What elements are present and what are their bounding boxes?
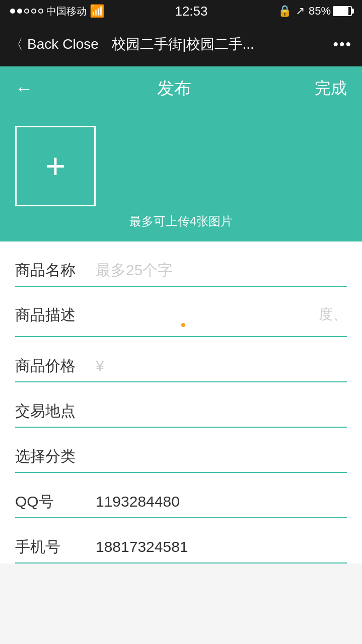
location-icon: ↗ [296, 5, 305, 18]
text-cursor [181, 323, 185, 327]
nav-back-label[interactable]: Back [27, 36, 58, 52]
label-trade-location: 交易地点 [15, 401, 86, 422]
battery-percent: 85% [309, 5, 331, 18]
label-product-name: 商品名称 [15, 260, 86, 281]
dot-4 [31, 9, 36, 14]
field-trade-location[interactable]: 交易地点 [15, 382, 347, 428]
nav-close-label[interactable]: Close [62, 36, 99, 52]
input-product-price-placeholder: ¥ [86, 357, 104, 374]
nav-back-close[interactable]: 〈 Back Close [10, 36, 99, 53]
status-time: 12:53 [175, 4, 207, 19]
dot-5 [38, 9, 43, 14]
status-bar: 中国移动 📶 12:53 🔒 ↗ 85% [0, 0, 362, 22]
dot-3 [24, 9, 29, 14]
value-phone: 18817324581 [86, 538, 347, 555]
header-back-button[interactable]: ← [15, 78, 33, 99]
field-product-price[interactable]: 商品价格 ¥ [15, 337, 347, 382]
app-header-bar: ← 发布 完成 [0, 66, 362, 111]
lock-icon: 🔒 [278, 5, 292, 18]
field-qq[interactable]: QQ号 1193284480 [15, 473, 347, 518]
field-product-name[interactable]: 商品名称 最多25个字 [15, 242, 347, 287]
value-qq: 1193284480 [86, 493, 347, 510]
header-done-button[interactable]: 完成 [315, 77, 347, 100]
label-qq: QQ号 [15, 492, 86, 512]
label-product-desc: 商品描述 [15, 305, 86, 326]
upload-box[interactable]: + [15, 126, 96, 206]
status-right: 🔒 ↗ 85% [278, 5, 352, 18]
nav-title: 校园二手街|校园二手... [99, 35, 267, 54]
desc-right-hint: 度、 [319, 305, 347, 324]
field-phone[interactable]: 手机号 18817324581 [15, 518, 347, 564]
header-title: 发布 [157, 77, 191, 100]
battery-icon [333, 6, 352, 16]
label-product-price: 商品价格 [15, 356, 86, 376]
upload-section: + 最多可上传4张图片 [0, 111, 362, 242]
label-category: 选择分类 [15, 446, 86, 467]
upload-hint: 最多可上传4张图片 [15, 213, 347, 229]
nav-more-button[interactable]: ••• [267, 36, 352, 53]
dot-2 [17, 9, 22, 14]
dot-1 [10, 9, 15, 14]
form-area: 商品名称 最多25个字 商品描述 度、 商品价格 ¥ 交易地点 选择分类 QQ号… [0, 242, 362, 564]
status-left: 中国移动 📶 [10, 4, 105, 18]
chevron-left-icon: 〈 [10, 36, 23, 53]
battery-container: 85% [309, 5, 352, 18]
carrier-label: 中国移动 [46, 5, 87, 18]
upload-plus-icon: + [45, 148, 66, 184]
signal-dots [10, 9, 43, 14]
field-category[interactable]: 选择分类 [15, 428, 347, 473]
label-phone: 手机号 [15, 537, 86, 557]
battery-fill [334, 7, 348, 15]
wifi-icon: 📶 [90, 4, 105, 18]
input-product-name-placeholder: 最多25个字 [86, 260, 347, 281]
wechat-nav-bar: 〈 Back Close 校园二手街|校园二手... ••• [0, 22, 362, 66]
field-product-desc[interactable]: 商品描述 度、 [15, 287, 347, 337]
